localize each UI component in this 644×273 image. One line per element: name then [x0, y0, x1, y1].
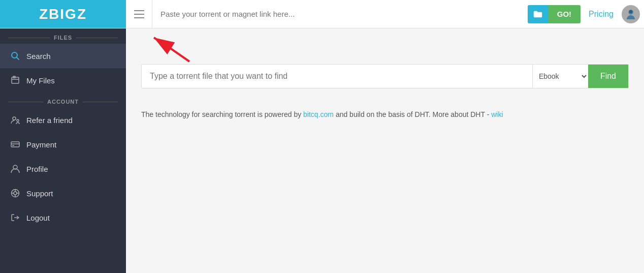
go-btn-area: GO!	[528, 5, 581, 23]
red-arrow-icon	[141, 34, 197, 64]
description-area: The technology for searching torrent is …	[126, 99, 644, 130]
sidebar-item-payment[interactable]: Payment	[0, 132, 126, 157]
folder-icon	[533, 11, 542, 18]
pricing-link[interactable]: Pricing	[589, 10, 614, 19]
sidebar-item-logout-label: Logout	[26, 214, 50, 222]
sidebar-item-support-label: Support	[26, 189, 53, 198]
files-icon	[10, 75, 20, 85]
sidebar-item-my-files-label: My Files	[26, 76, 55, 85]
files-section-header: FILES	[0, 28, 126, 44]
sidebar-item-logout[interactable]: Logout	[0, 205, 126, 230]
user-avatar-icon	[624, 7, 638, 21]
account-section-label: ACCOUNT	[47, 99, 79, 105]
svg-point-15	[14, 192, 17, 195]
folder-button[interactable]	[528, 5, 548, 23]
support-icon	[10, 188, 20, 198]
sidebar-item-refer[interactable]: Refer a friend	[0, 108, 126, 132]
account-section-header: ACCOUNT	[0, 93, 126, 108]
sidebar-item-search-label: Search	[26, 52, 51, 60]
logo-area: ZBIGZ	[0, 0, 126, 28]
hamburger-icon	[134, 10, 144, 18]
sidebar-item-profile-label: Profile	[26, 165, 48, 173]
svg-rect-10	[11, 142, 19, 147]
svg-point-3	[629, 10, 633, 13]
hamburger-button[interactable]	[126, 0, 152, 28]
section-line-right	[76, 38, 118, 38]
wiki-link[interactable]: wiki	[491, 110, 503, 118]
description-text-after: and build on the basis of DHT. More abou…	[336, 110, 491, 118]
arrow-annotation	[126, 28, 644, 64]
sidebar-item-refer-label: Refer a friend	[26, 116, 73, 125]
avatar[interactable]	[622, 5, 640, 23]
find-button[interactable]: Find	[588, 65, 628, 88]
torrent-search-input[interactable]	[142, 65, 532, 88]
svg-rect-6	[12, 77, 19, 83]
sidebar-item-my-files[interactable]: My Files	[0, 68, 126, 93]
section-line-right2	[83, 102, 118, 102]
sidebar-item-search[interactable]: Search	[0, 44, 126, 68]
search-icon	[10, 51, 20, 61]
sidebar: FILES Search My Files	[0, 28, 126, 273]
category-select[interactable]: Ebook All Video Audio Apps Games Images …	[532, 65, 588, 88]
logo: ZBIGZ	[39, 6, 87, 22]
description-text-before: The technology for searching torrent is …	[141, 110, 303, 118]
logout-icon	[10, 213, 20, 223]
bitcq-link[interactable]: bitcq.com	[303, 110, 334, 118]
main-layout: FILES Search My Files	[0, 28, 644, 273]
magnet-input[interactable]	[152, 0, 528, 28]
svg-point-8	[13, 117, 16, 120]
files-section-label: FILES	[54, 35, 72, 41]
search-box-area: Ebook All Video Audio Apps Games Images …	[126, 64, 644, 99]
header: ZBIGZ GO! Pricing	[0, 0, 644, 28]
go-button[interactable]: GO!	[548, 5, 581, 23]
search-row: Ebook All Video Audio Apps Games Images …	[141, 64, 629, 88]
profile-icon	[10, 164, 20, 174]
sidebar-item-profile[interactable]: Profile	[0, 157, 126, 181]
section-line-left	[8, 38, 50, 38]
section-line-left2	[8, 102, 43, 102]
content-area: Ebook All Video Audio Apps Games Images …	[126, 28, 644, 273]
svg-line-5	[17, 57, 19, 60]
sidebar-item-payment-label: Payment	[26, 140, 56, 149]
refer-icon	[10, 115, 20, 125]
payment-icon	[10, 139, 20, 149]
svg-rect-12	[12, 145, 14, 146]
sidebar-item-support[interactable]: Support	[0, 181, 126, 205]
svg-point-9	[17, 119, 19, 122]
